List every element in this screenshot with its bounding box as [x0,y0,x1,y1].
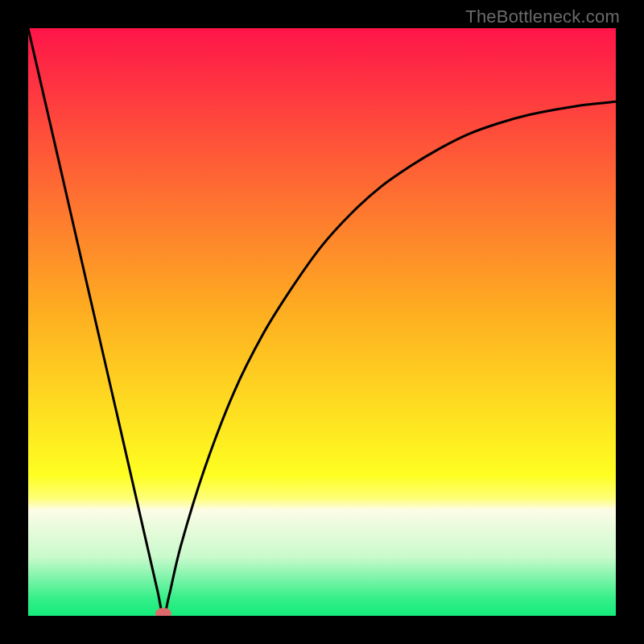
chart-svg [28,28,616,616]
chart-frame: TheBottleneck.com [0,0,644,644]
plot-area [28,28,616,616]
watermark-text: TheBottleneck.com [465,6,620,27]
